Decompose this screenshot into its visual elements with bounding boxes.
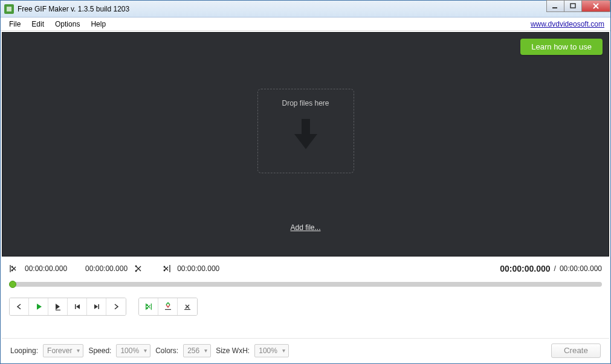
skip-forward-icon: [92, 302, 101, 311]
edit-group: [138, 298, 198, 316]
window-controls: [547, 0, 610, 12]
svg-rect-10: [56, 310, 60, 310]
scissors-mid-icon: [134, 264, 143, 273]
preview-stage: Learn how to use Drop files here Add fil…: [2, 32, 609, 257]
size-select[interactable]: 100%: [254, 344, 289, 357]
playback-group: [9, 298, 126, 316]
marker-icon: [164, 302, 172, 311]
menubar: File Edit Options Help www.dvdvideosoft.…: [1, 18, 610, 31]
play-button[interactable]: [29, 298, 48, 315]
speed-select[interactable]: 100%: [116, 344, 150, 357]
set-marker-button[interactable]: [158, 298, 178, 315]
svg-point-8: [164, 266, 166, 268]
menu-edit[interactable]: Edit: [27, 19, 49, 30]
minimize-icon: [552, 3, 558, 9]
minimize-button[interactable]: [546, 0, 564, 12]
playback-controls: [1, 292, 610, 322]
looping-select[interactable]: Forever: [43, 344, 83, 357]
svg-point-14: [146, 307, 147, 308]
speed-label: Speed:: [88, 346, 111, 355]
svg-point-9: [164, 270, 166, 272]
colors-select[interactable]: 256: [183, 344, 211, 357]
total-time: 00:00:00.000: [560, 264, 602, 273]
prev-frame-button[interactable]: [68, 298, 87, 315]
svg-rect-12: [98, 304, 99, 309]
svg-rect-2: [552, 7, 557, 8]
arrow-right-icon: [112, 302, 120, 311]
close-icon: [592, 3, 600, 9]
next-frame-button[interactable]: [87, 298, 106, 315]
play-end-icon: [54, 302, 62, 311]
slider-track: [9, 282, 602, 287]
svg-point-6: [135, 266, 137, 267]
play-to-end-button[interactable]: [48, 298, 68, 315]
timeline-slider[interactable]: [9, 279, 602, 289]
add-file-link[interactable]: Add file...: [290, 223, 320, 232]
drop-text: Drop files here: [282, 99, 329, 107]
scissors-icon: [144, 302, 153, 311]
skip-back-icon: [73, 302, 82, 311]
svg-point-13: [146, 304, 147, 305]
mark-mid-time: 00:00:00.000: [85, 264, 128, 273]
close-button[interactable]: [581, 0, 610, 12]
mark-out-time: 00:00:00.000: [177, 264, 219, 273]
svg-point-4: [11, 266, 13, 268]
mark-in-time: 00:00:00.000: [25, 264, 67, 273]
clear-icon: [183, 302, 192, 311]
titlebar[interactable]: Free GIF Maker v. 1.3.5 build 1203: [1, 1, 610, 18]
menu-help[interactable]: Help: [86, 19, 111, 30]
play-icon: [34, 302, 43, 311]
mark-in-icon: [9, 264, 19, 273]
mark-out-icon: [161, 264, 171, 273]
window-title: Free GIF Maker v. 1.3.5 build 1203: [18, 5, 129, 13]
svg-rect-15: [165, 309, 171, 310]
clear-marker-button[interactable]: [178, 298, 197, 315]
cut-selection-button[interactable]: [139, 298, 158, 315]
learn-how-button[interactable]: Learn how to use: [520, 39, 603, 55]
app-icon: [4, 4, 14, 14]
svg-rect-11: [75, 304, 76, 309]
menu-file[interactable]: File: [4, 19, 25, 30]
time-slash: /: [554, 264, 556, 273]
current-time: 00:00:00.000: [500, 264, 550, 273]
colors-label: Colors:: [155, 346, 178, 355]
arrow-down-icon: [291, 116, 321, 152]
svg-point-5: [11, 270, 13, 272]
slider-thumb[interactable]: [9, 281, 16, 288]
website-link[interactable]: www.dvdvideosoft.com: [531, 20, 607, 28]
arrow-left-icon: [15, 302, 24, 311]
timecode-row: 00:00:00.000 00:00:00.000 00:00:00.000 0…: [1, 258, 610, 277]
output-options-bar: Looping: Forever Speed: 100% Colors: 256…: [2, 338, 609, 362]
svg-rect-3: [571, 4, 575, 8]
app-window: Free GIF Maker v. 1.3.5 build 1203 File …: [0, 0, 611, 364]
svg-rect-1: [7, 7, 11, 11]
looping-label: Looping:: [10, 346, 38, 355]
svg-rect-16: [184, 309, 190, 310]
maximize-button[interactable]: [564, 0, 582, 12]
size-label: Size WxH:: [216, 346, 250, 355]
svg-point-7: [135, 270, 137, 272]
step-forward-button[interactable]: [106, 298, 126, 315]
step-back-button[interactable]: [10, 298, 29, 315]
drop-zone[interactable]: Drop files here: [257, 89, 354, 173]
create-button[interactable]: Create: [551, 343, 601, 358]
maximize-icon: [570, 3, 576, 9]
menu-options[interactable]: Options: [50, 19, 85, 30]
